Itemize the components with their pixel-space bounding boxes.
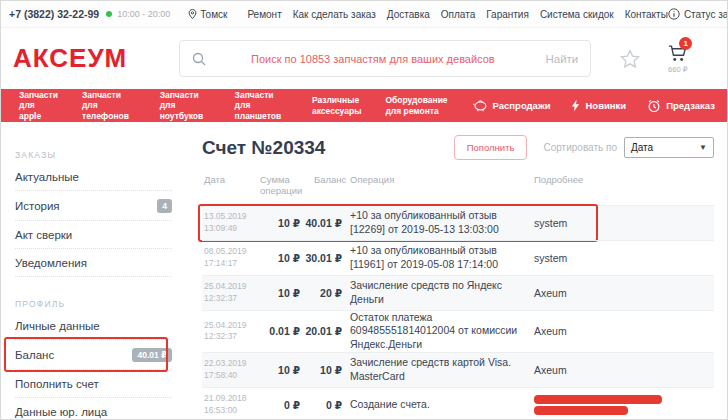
open-status-dot <box>106 11 112 17</box>
cell-operation: +10 за опубликованный отзыв [11961] от 2… <box>350 244 534 271</box>
topbar-link[interactable]: Оплата <box>441 9 475 20</box>
topbar-link[interactable]: Контакты <box>625 9 668 20</box>
cell-details: Axeum <box>534 364 714 376</box>
sidebar-item-badge: 40.01 ₽ <box>132 348 172 362</box>
sidebar-item-актуальные[interactable]: Актуальные <box>15 163 172 191</box>
sidebar-item-история[interactable]: История4 <box>15 191 172 221</box>
sidebar-item-личные-данные[interactable]: Личные данные <box>15 312 172 340</box>
page-title: Счет №20334 <box>202 137 325 159</box>
column-header-date: Дата <box>204 174 256 185</box>
cell-details: system <box>534 217 714 229</box>
lightning-icon <box>571 99 580 112</box>
sidebar-item-label: Акт сверки <box>15 229 72 241</box>
sidebar-item-label: История <box>15 200 60 212</box>
table-row: 25.04.201912:32:370.01 ₽20.01 ₽Остаток п… <box>202 310 714 352</box>
cell-details: Axeum <box>534 325 714 337</box>
date-value: 25.04.2019 <box>204 281 256 292</box>
redaction-bar <box>534 395 662 404</box>
order-status-link[interactable]: Статус заказа <box>668 8 728 20</box>
time-value: 17:58:40 <box>204 370 256 381</box>
sort-select[interactable]: Дата ▼ <box>624 137 714 158</box>
sidebar-item-акт-сверки[interactable]: Акт сверки <box>15 221 172 249</box>
table-row: 13.05.201913:09:4910 ₽40.01 ₽+10 за опуб… <box>202 205 714 240</box>
promo-распродажи[interactable]: Распродажи <box>472 99 551 112</box>
favorites-star-icon[interactable] <box>619 48 641 70</box>
cell-details <box>534 393 714 417</box>
city-selector[interactable]: Томск <box>188 8 227 20</box>
sidebar-item-данные-юр-лица[interactable]: Данные юр. лица <box>15 398 172 420</box>
table-row: 22.03.201917:58:4010 ₽10 ₽Зачисление сре… <box>202 352 714 387</box>
table-row: 08.05.201917:14:1710 ₽30.01 ₽+10 за опуб… <box>202 240 714 275</box>
time-value: 17:14:17 <box>204 258 256 269</box>
cell-amount: 10 ₽ <box>256 287 302 299</box>
sidebar: ЗАКАЗЫАктуальныеИстория4Акт сверкиУведом… <box>1 122 186 420</box>
title-row: Счет №20334 Пополнить Сортировать по Дат… <box>202 135 714 160</box>
sidebar-item-label: Баланс <box>15 349 54 361</box>
cell-operation: +10 за опубликованный отзыв [12269] от 2… <box>350 209 534 236</box>
content: ЗАКАЗЫАктуальныеИстория4Акт сверкиУведом… <box>1 122 727 420</box>
topbar-link[interactable]: Доставка <box>387 9 430 20</box>
topbar: +7 (3822) 32-22-99 10:00 - 20:00 Томск Р… <box>1 1 727 28</box>
nav-category[interactable]: Оборудование для ремонта <box>385 95 447 116</box>
nav-promos: РаспродажиНовинкиПредзаказ <box>472 99 721 113</box>
topup-button[interactable]: Пополнить <box>454 135 528 160</box>
cell-balance: 40.01 ₽ <box>302 217 350 229</box>
category-nav: Запчасти для appleЗапчасти для телефонов… <box>1 89 727 122</box>
topbar-link[interactable]: Ремонт <box>247 9 281 20</box>
table-header: ДатаСумма операцииБалансОперацияПодробне… <box>202 172 714 205</box>
cell-balance: 20.01 ₽ <box>302 325 350 337</box>
nav-category[interactable]: Запчасти для ноутбуков <box>160 90 211 122</box>
sidebar-item-badge: 4 <box>157 199 172 213</box>
search-input[interactable] <box>206 53 539 65</box>
search-submit[interactable]: Найти <box>545 53 578 65</box>
nav-category[interactable]: Запчасти для телефонов <box>82 90 136 122</box>
sidebar-section-label: ЗАКАЗЫ <box>15 150 172 160</box>
main-panel: Счет №20334 Пополнить Сортировать по Дат… <box>186 122 727 420</box>
nav-category[interactable]: Запчасти для apple <box>19 90 58 122</box>
site-logo[interactable]: АКСЕУМ <box>13 43 127 74</box>
cell-amount: 0.01 ₽ <box>256 325 302 337</box>
topbar-link[interactable]: Как сделать заказ <box>293 9 376 20</box>
date-value: 21.09.2018 <box>204 393 256 404</box>
date-value: 22.03.2019 <box>204 358 256 369</box>
time-value: 16:53:00 <box>204 405 256 416</box>
promo-предзаказ[interactable]: Предзаказ <box>647 99 715 113</box>
column-header-details: Подробнее <box>534 174 714 185</box>
cell-balance: 0 ₽ <box>302 399 350 411</box>
redaction-bar <box>534 406 628 415</box>
cell-date: 13.05.201913:09:49 <box>204 211 256 234</box>
time-value: 13:09:49 <box>204 223 256 234</box>
date-value: 13.05.2019 <box>204 211 256 222</box>
topbar-link[interactable]: Система скидок <box>540 9 614 20</box>
topbar-link[interactable]: Гарантия <box>486 9 529 20</box>
alarm-clock-icon <box>647 99 661 113</box>
date-value: 08.05.2019 <box>204 246 256 257</box>
search-box: Найти <box>179 40 591 77</box>
transactions-table: ДатаСумма операцииБалансОперацияПодробне… <box>202 172 714 420</box>
sidebar-item-пополнить-счет[interactable]: Пополнить счет <box>15 370 172 398</box>
sidebar-gap <box>15 277 172 299</box>
chevron-down-icon: ▼ <box>699 143 707 152</box>
cell-amount: 0 ₽ <box>256 399 302 411</box>
cell-operation: Остаток платежа 609485551814012004 от ко… <box>350 311 534 352</box>
cell-operation: Зачисление средств по Яндекс Деньги <box>350 279 534 306</box>
city-label: Томск <box>200 9 227 20</box>
cart-button[interactable]: 1 660 ₽ <box>667 44 688 74</box>
sidebar-section-label: ПРОФИЛЬ <box>15 299 172 309</box>
cell-operation: Создание счета. <box>350 398 534 412</box>
sidebar-item-уведомления[interactable]: Уведомления <box>15 249 172 277</box>
sidebar-item-баланс[interactable]: Баланс40.01 ₽ <box>15 340 172 370</box>
nav-category[interactable]: Различные аксессуары <box>312 95 361 116</box>
promo-новинки[interactable]: Новинки <box>571 99 626 112</box>
cell-date: 21.09.201816:53:00 <box>204 393 256 416</box>
cell-date: 08.05.201917:14:17 <box>204 246 256 269</box>
piggy-bank-icon <box>472 99 488 112</box>
order-status-label: Статус заказа <box>684 9 728 20</box>
cell-balance: 20 ₽ <box>302 287 350 299</box>
column-header-balance: Баланс <box>302 174 350 185</box>
nav-categories: Запчасти для appleЗапчасти для телефонов… <box>19 90 472 122</box>
site-header: АКСЕУМ Найти 1 660 ₽ <box>1 28 727 89</box>
search-icon <box>192 52 206 66</box>
nav-category[interactable]: Запчасти для планшетов <box>235 90 288 122</box>
cell-details: system <box>534 252 714 264</box>
